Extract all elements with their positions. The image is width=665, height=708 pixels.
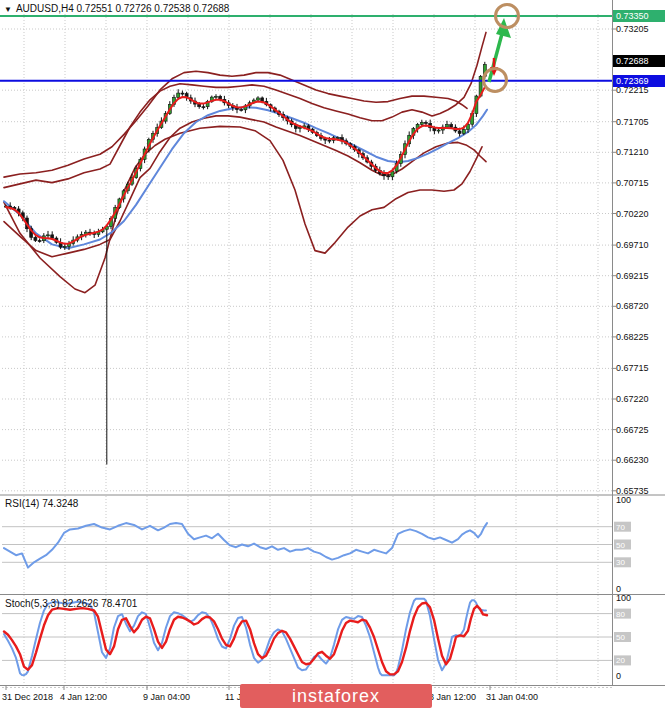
broker-watermark: instaforex — [240, 684, 432, 708]
y-axis-label: 0.71705 — [616, 117, 649, 127]
chart-title: ▼AUDUSD,H4 0.72551 0.72726 0.72538 0.726… — [4, 3, 229, 14]
y-axis-label: 0.68225 — [616, 332, 649, 342]
candle-body — [257, 98, 260, 100]
price-tag-target: 0.73350 — [613, 10, 665, 22]
y-axis-label: 0.70715 — [616, 178, 649, 188]
stoch-level-label: 20 — [616, 656, 625, 665]
candle-body — [215, 96, 218, 97]
rsi-indicator-label: RSI(14) 74.3248 — [5, 498, 78, 509]
y-axis-label: 0.67715 — [616, 363, 649, 373]
candle-body — [63, 247, 66, 248]
y-axis-label: 0.67220 — [616, 394, 649, 404]
rsi-level-label: 70 — [616, 523, 625, 532]
rsi-level-label: 50 — [616, 541, 625, 550]
y-axis-label: 0.69215 — [616, 271, 649, 281]
candle-body — [328, 140, 331, 141]
x-axis-label: 4 Jan 12:00 — [60, 692, 107, 702]
x-axis-label: 31 Jan 04:00 — [486, 692, 538, 702]
x-axis-label: 31 Dec 2018 — [2, 692, 53, 702]
stoch-axis-label: 0 — [616, 671, 621, 681]
candle-body — [437, 130, 440, 131]
y-axis-label: 0.66230 — [616, 455, 649, 465]
candle-body — [202, 107, 205, 108]
candle-body — [387, 176, 390, 177]
symbol-dropdown-icon[interactable]: ▼ — [4, 5, 12, 14]
candle-body — [181, 93, 184, 94]
price-tag-current: 0.72688 — [613, 55, 665, 67]
band-outer-lower — [4, 126, 482, 292]
rsi-axis-label: 100 — [616, 495, 631, 505]
candle-body — [462, 129, 465, 133]
x-axis-label: 9 Jan 04:00 — [143, 692, 190, 702]
y-axis-label: 0.71210 — [616, 147, 649, 157]
y-axis-label: 0.66725 — [616, 425, 649, 435]
up-arrow-shaft — [489, 30, 503, 82]
rsi-line — [4, 523, 487, 568]
y-axis-label: 0.73205 — [616, 24, 649, 34]
stoch-level-label: 50 — [616, 633, 625, 642]
chart-title-text: AUDUSD,H4 0.72551 0.72726 0.72538 0.7268… — [16, 3, 230, 14]
candle-body — [336, 138, 339, 139]
candle-body — [177, 93, 180, 98]
candle-body — [420, 122, 423, 124]
stoch-indicator-label: Stoch(5,3,3) 82.2626 78.4701 — [5, 598, 137, 609]
candle-body — [47, 235, 50, 236]
price-tag-level: 0.72369 — [613, 75, 665, 87]
candle-body — [34, 237, 37, 240]
y-axis-label: 0.69710 — [616, 240, 649, 250]
candle-body — [425, 122, 428, 123]
candle-body — [450, 125, 453, 128]
stoch-level-label: 80 — [616, 610, 625, 619]
candle-body — [240, 110, 243, 111]
rsi-level-label: 30 — [616, 558, 625, 567]
candle-body — [38, 241, 41, 242]
candle-body — [446, 125, 449, 128]
mt4-chart-window: 0.732050.722150.717050.712100.707150.702… — [0, 0, 665, 708]
y-axis-label: 0.70220 — [616, 209, 649, 219]
candle-body — [458, 131, 461, 134]
candle-body — [51, 235, 54, 238]
y-axis-label: 0.68720 — [616, 301, 649, 311]
